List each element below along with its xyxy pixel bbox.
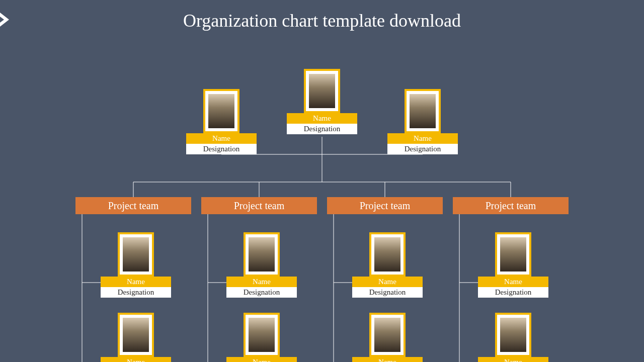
photo-frame <box>405 89 441 133</box>
photo-frame <box>304 69 340 113</box>
person-name: Name <box>478 277 548 287</box>
person-card-ceo: Name Designation <box>287 69 357 134</box>
avatar <box>123 318 149 352</box>
org-chart: Name Designation Name Designation Name D… <box>0 31 644 362</box>
person-name: Name <box>287 113 357 124</box>
avatar <box>410 94 436 128</box>
person-name: Name <box>186 133 257 144</box>
person-card: Name Designation <box>352 313 423 362</box>
team-label: Project team <box>453 197 569 214</box>
person-name: Name <box>352 277 423 287</box>
person-card: Name Designation <box>101 232 171 298</box>
avatar <box>500 318 526 352</box>
avatar <box>374 237 400 272</box>
team-label: Project team <box>75 197 191 214</box>
person-name: Name <box>226 277 297 287</box>
person-designation: Designation <box>226 287 297 298</box>
person-card: Name Designation <box>478 232 548 298</box>
person-designation: Designation <box>352 287 423 298</box>
person-card: Name Designation <box>352 232 423 298</box>
person-card: Name Designation <box>226 313 297 362</box>
person-card: Name Designation <box>101 313 171 362</box>
person-designation: Designation <box>478 287 548 298</box>
avatar <box>208 94 234 128</box>
person-designation: Designation <box>186 144 257 154</box>
person-name: Name <box>101 277 171 287</box>
person-card: Name Designation <box>226 232 297 298</box>
avatar <box>374 318 400 352</box>
photo-frame <box>118 313 154 357</box>
person-name: Name <box>478 357 548 362</box>
person-name: Name <box>101 357 171 362</box>
person-name: Name <box>352 357 423 362</box>
photo-frame <box>203 89 239 133</box>
person-designation: Designation <box>101 287 171 298</box>
avatar <box>249 318 275 352</box>
team-label: Project team <box>327 197 443 214</box>
photo-frame <box>244 313 280 357</box>
person-card-manager-left: Name Designation <box>186 89 257 154</box>
person-designation: Designation <box>387 144 458 154</box>
avatar <box>500 237 526 272</box>
photo-frame <box>369 232 406 277</box>
team-label: Project team <box>201 197 317 214</box>
person-name: Name <box>226 357 297 362</box>
slide-marker-icon <box>0 13 9 27</box>
person-card-manager-right: Name Designation <box>387 89 458 154</box>
photo-frame <box>118 232 154 277</box>
person-name: Name <box>387 133 458 144</box>
photo-frame <box>369 313 406 357</box>
avatar <box>123 237 149 272</box>
avatar <box>309 74 335 108</box>
photo-frame <box>244 232 280 277</box>
photo-frame <box>495 232 531 277</box>
avatar <box>249 237 275 272</box>
slide-title: Organization chart template download <box>0 0 644 31</box>
person-designation: Designation <box>287 124 357 134</box>
person-card: Name Designation <box>478 313 548 362</box>
photo-frame <box>495 313 531 357</box>
